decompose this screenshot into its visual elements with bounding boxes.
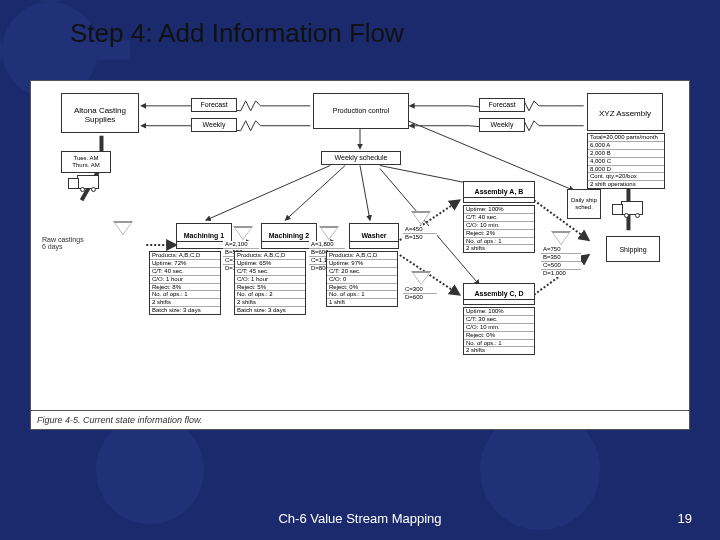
inventory-triangle [233, 226, 253, 240]
forecast-label-right: Forecast [479, 98, 525, 112]
process-washer: Washer [349, 223, 399, 249]
process-shipping: Shipping [606, 236, 660, 262]
forecast-label-left: Forecast [191, 98, 237, 112]
footer-chapter: Ch-6 Value Stream Mapping [0, 511, 720, 526]
inv-after-assembly: A=750B=350C=500D=1,000 [541, 246, 581, 277]
raw-castings-label: Raw castings 6 days [41, 236, 101, 250]
svg-rect-3 [0, 40, 2, 59]
data-machining-1: Products: A,B,C,DUptime: 72%C/T: 40 sec.… [149, 251, 221, 315]
svg-rect-1 [40, 0, 59, 2]
truck-icon [77, 175, 99, 189]
figure-caption: Figure 4-5. Current state information fl… [31, 410, 689, 429]
page-number: 19 [678, 511, 692, 526]
inv-washer-ab: A=450B=150 [403, 226, 437, 241]
data-assembly-cd: Uptime: 100%C/T: 30 sec.C/O: 10 min.Reje… [463, 307, 535, 355]
customer-box: XYZ Assembly [587, 93, 663, 131]
data-assembly-ab: Uptime: 100%C/T: 40 sec.C/O: 10 min.Reje… [463, 205, 535, 253]
data-washer: Products: A,B,C,DUptime: 97%C/T: 20 sec.… [326, 251, 398, 307]
vsm-diagram: Altona Casting Supplies Production contr… [30, 80, 690, 430]
process-assembly-cd: Assembly C, D [463, 283, 535, 305]
supplier-box: Altona Casting Supplies [61, 93, 139, 133]
daily-ship-schedule: Daily ship sched. [567, 189, 601, 219]
inventory-triangle [411, 211, 431, 225]
production-control-box: Production control [313, 93, 409, 129]
inventory-triangle [113, 221, 133, 235]
slide-title: Step 4: Add Information Flow [70, 18, 404, 49]
data-machining-2: Products: A,B,C,DUptime: 65%C/T: 45 sec.… [234, 251, 306, 315]
truck-icon [621, 201, 643, 215]
process-assembly-ab: Assembly A, B [463, 181, 535, 203]
inbound-truck-schedule: Tues. AM Thurs. AM [61, 151, 111, 173]
inventory-triangle [551, 231, 571, 245]
weekly-label-left: Weekly [191, 118, 237, 132]
svg-point-5 [96, 416, 204, 524]
inv-washer-cd: C=300D=600 [403, 286, 437, 301]
weekly-label-right: Weekly [479, 118, 525, 132]
inventory-triangle [319, 226, 339, 240]
weekly-schedule-box: Weekly schedule [321, 151, 401, 165]
inventory-triangle [411, 271, 431, 285]
customer-data: Total=20,000 parts/month6,000 A2,000 B4,… [587, 133, 665, 189]
